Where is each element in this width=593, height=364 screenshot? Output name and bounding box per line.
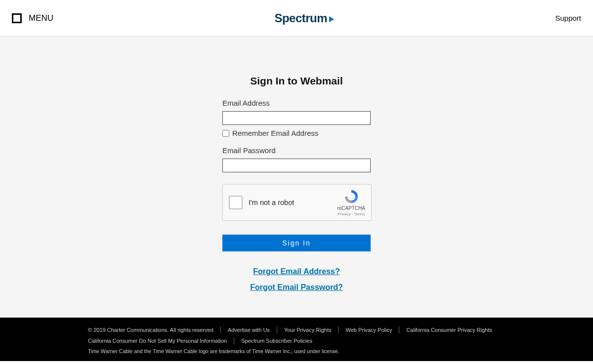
footer-link: California Consumer Privacy Rights (399, 326, 499, 333)
footer-link-advertise[interactable]: Advertise with Us (228, 327, 270, 333)
signin-form: Sign In to Webmail Email Address Remembe… (222, 75, 371, 318)
play-triangle-icon (329, 16, 334, 22)
footer-link: Spectrum Subscriber Policies (234, 337, 319, 344)
remember-label: Remember Email Address (232, 129, 318, 137)
footer-link: Web Privacy Policy (339, 326, 399, 333)
footer: © 2019 Charter Communications. All right… (0, 318, 593, 361)
support-link[interactable]: Support (555, 14, 581, 22)
remember-checkbox[interactable] (222, 130, 229, 137)
header: MENU Spectrum Support (0, 0, 593, 37)
footer-link-subscriber-policies[interactable]: Spectrum Subscriber Policies (241, 338, 312, 344)
signin-button[interactable]: Sign In (222, 235, 371, 251)
remember-row: Remember Email Address (222, 129, 371, 137)
footer-link-ccpa-rights[interactable]: California Consumer Privacy Rights (406, 327, 492, 333)
recaptcha-icon (343, 189, 359, 204)
menu-icon (12, 13, 22, 23)
footer-link: Advertise with Us (221, 326, 277, 333)
recaptcha-checkbox[interactable] (229, 196, 243, 209)
brand-logo-text: Spectrum (274, 11, 327, 25)
recaptcha-label: I'm not a robot (249, 199, 331, 206)
email-input[interactable] (222, 111, 371, 125)
footer-link: California Consumer Do Not Sell My Perso… (88, 337, 234, 344)
password-label: Email Password (222, 146, 371, 155)
recaptcha-branding: reCAPTCHA Privacy - Terms (337, 189, 365, 216)
menu-label: MENU (29, 13, 53, 23)
footer-row-2: California Consumer Do Not Sell My Perso… (88, 337, 505, 344)
main-content: Sign In to Webmail Email Address Remembe… (0, 37, 593, 318)
footer-link-web-privacy[interactable]: Web Privacy Policy (345, 327, 392, 333)
forgot-password-link[interactable]: Forgot Email Password? (222, 283, 371, 292)
recaptcha-widget: I'm not a robot reCAPTCHA Privacy - Term… (222, 184, 372, 221)
recaptcha-brand-text: reCAPTCHA (337, 205, 365, 211)
footer-link-privacy-rights[interactable]: Your Privacy Rights (284, 327, 332, 333)
footer-link: Your Privacy Rights (277, 326, 339, 333)
footer-copyright: © 2019 Charter Communications. All right… (88, 326, 221, 333)
forgot-email-link[interactable]: Forgot Email Address? (222, 267, 371, 276)
menu-button[interactable]: MENU (12, 13, 53, 23)
email-label: Email Address (222, 99, 371, 107)
footer-link-ccpa-do-not-sell[interactable]: California Consumer Do Not Sell My Perso… (88, 338, 227, 344)
footer-trademark: Time Warner Cable and the Time Warner Ca… (88, 348, 505, 354)
form-title: Sign In to Webmail (222, 75, 371, 87)
recaptcha-legal-text: Privacy - Terms (338, 212, 365, 216)
password-input[interactable] (222, 159, 371, 172)
brand-logo[interactable]: Spectrum (274, 11, 334, 25)
footer-row-1: © 2019 Charter Communications. All right… (88, 326, 505, 333)
